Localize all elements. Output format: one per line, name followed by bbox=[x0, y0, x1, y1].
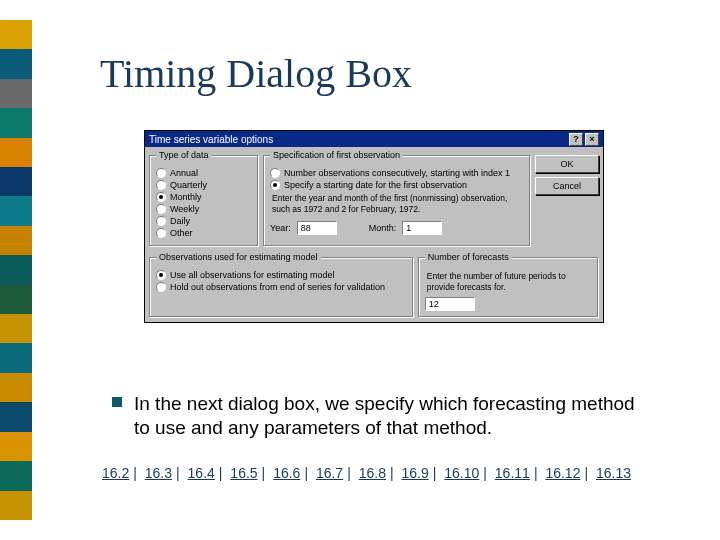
group-estimating: Observations used for estimating model U… bbox=[149, 257, 414, 318]
close-button[interactable]: × bbox=[585, 133, 599, 146]
group-legend: Type of data bbox=[156, 150, 212, 160]
group-legend: Number of forecasts bbox=[425, 252, 512, 262]
month-input[interactable]: 1 bbox=[402, 221, 442, 235]
radio-number-consecutively[interactable]: Number observations consecutively, start… bbox=[270, 168, 524, 178]
footer-link[interactable]: 16.9 bbox=[401, 465, 428, 481]
footer-link[interactable]: 16.6 bbox=[273, 465, 300, 481]
radio-monthly[interactable]: Monthly bbox=[156, 192, 252, 202]
footer-link[interactable]: 16.4 bbox=[188, 465, 215, 481]
radio-hold-out[interactable]: Hold out observations from end of series… bbox=[156, 282, 407, 292]
radio-specify-date[interactable]: Specify a starting date for the first ob… bbox=[270, 180, 524, 190]
footer-link[interactable]: 16.8 bbox=[359, 465, 386, 481]
group-legend: Observations used for estimating model bbox=[156, 252, 321, 262]
ok-button[interactable]: OK bbox=[535, 155, 599, 173]
radio-daily[interactable]: Daily bbox=[156, 216, 252, 226]
footer-link[interactable]: 16.11 bbox=[495, 465, 530, 481]
group-forecasts: Number of forecasts Enter the number of … bbox=[418, 257, 599, 318]
month-label: Month: bbox=[369, 223, 397, 233]
year-input[interactable]: 88 bbox=[297, 221, 337, 235]
radio-use-all[interactable]: Use all observations for estimating mode… bbox=[156, 270, 407, 280]
dialog-titlebar: Time series variable options ? × bbox=[145, 131, 603, 147]
radio-annual[interactable]: Annual bbox=[156, 168, 252, 178]
dialog-window: Time series variable options ? × Type of… bbox=[144, 130, 604, 323]
forecasts-input[interactable]: 12 bbox=[425, 297, 475, 311]
footer-link[interactable]: 16.3 bbox=[145, 465, 172, 481]
group-specification: Specification of first observation Numbe… bbox=[263, 155, 531, 247]
bullet-item: In the next dialog box, we specify which… bbox=[112, 392, 652, 440]
cancel-button[interactable]: Cancel bbox=[535, 177, 599, 195]
footer-link[interactable]: 16.5 bbox=[230, 465, 257, 481]
radio-weekly[interactable]: Weekly bbox=[156, 204, 252, 214]
group-legend: Specification of first observation bbox=[270, 150, 403, 160]
forecasts-note: Enter the number of future periods to pr… bbox=[427, 271, 590, 293]
radio-quarterly[interactable]: Quarterly bbox=[156, 180, 252, 190]
footer-link[interactable]: 16.10 bbox=[444, 465, 479, 481]
footer-link[interactable]: 16.7 bbox=[316, 465, 343, 481]
side-stripe bbox=[0, 20, 32, 520]
help-button[interactable]: ? bbox=[569, 133, 583, 146]
bullet-text: In the next dialog box, we specify which… bbox=[134, 392, 652, 440]
footer-link[interactable]: 16.13 bbox=[596, 465, 631, 481]
year-label: Year: bbox=[270, 223, 291, 233]
footer-links: 16.2| 16.3| 16.4| 16.5| 16.6| 16.7| 16.8… bbox=[102, 465, 631, 481]
slide-title: Timing Dialog Box bbox=[100, 50, 412, 97]
bullet-icon bbox=[112, 397, 122, 407]
specification-note: Enter the year and month of the first (n… bbox=[272, 193, 522, 215]
dialog-title: Time series variable options bbox=[149, 134, 273, 145]
group-type-of-data: Type of data Annual Quarterly Monthly We… bbox=[149, 155, 259, 247]
footer-link[interactable]: 16.2 bbox=[102, 465, 129, 481]
radio-other[interactable]: Other bbox=[156, 228, 252, 238]
footer-link[interactable]: 16.12 bbox=[545, 465, 580, 481]
